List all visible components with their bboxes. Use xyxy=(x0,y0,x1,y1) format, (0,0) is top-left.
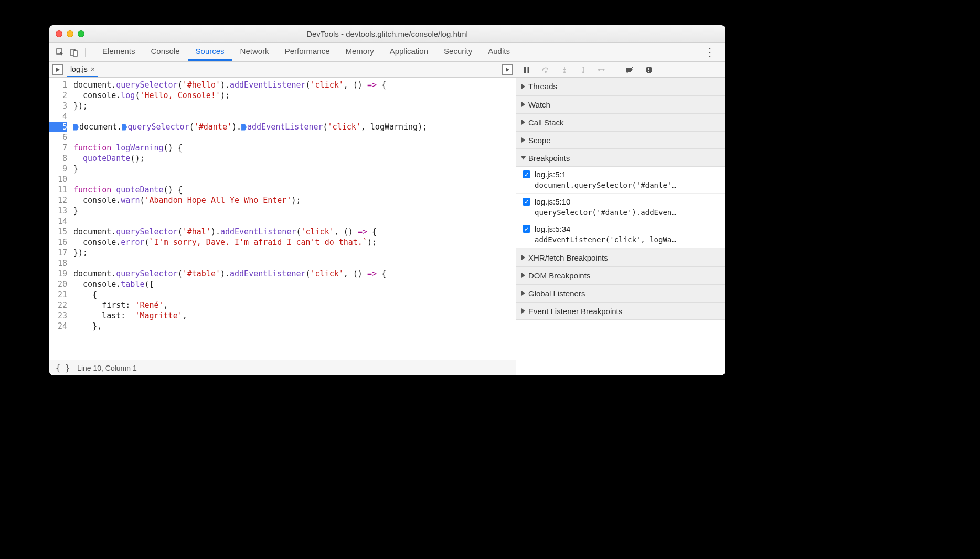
code-line[interactable]: document.querySelector('#hello').addEven… xyxy=(73,80,516,90)
code-line[interactable]: }); xyxy=(73,101,516,111)
code-editor[interactable]: 123456789101112131415161718192021222324 … xyxy=(49,78,516,360)
line-number[interactable]: 7 xyxy=(49,143,67,153)
breakpoint-item[interactable]: ✓log.js:5:1document.querySelector('#dant… xyxy=(516,167,725,194)
line-number[interactable]: 12 xyxy=(49,195,67,206)
code-line[interactable]: { xyxy=(73,289,516,300)
deactivate-breakpoints-icon[interactable] xyxy=(625,64,635,75)
pane-header-threads[interactable]: Threads xyxy=(516,78,725,95)
line-number[interactable]: 5 xyxy=(49,122,67,132)
breakpoint-checkbox[interactable]: ✓ xyxy=(523,225,530,233)
pane-header-scope[interactable]: Scope xyxy=(516,131,725,149)
line-number[interactable]: 20 xyxy=(49,279,67,289)
inline-breakpoint-marker[interactable] xyxy=(73,124,79,131)
close-window-button[interactable] xyxy=(56,30,62,37)
code-line[interactable]: document.querySelector('#table').addEven… xyxy=(73,268,516,279)
breakpoint-checkbox[interactable]: ✓ xyxy=(523,170,530,178)
line-number[interactable]: 4 xyxy=(49,111,67,122)
pane-header-xhr-fetch-breakpoints[interactable]: XHR/fetch Breakpoints xyxy=(516,249,725,266)
inline-breakpoint-marker[interactable] xyxy=(241,124,247,131)
devtools-window: DevTools - devtools.glitch.me/console/lo… xyxy=(49,25,725,375)
triangle-right-icon xyxy=(521,273,525,278)
tab-elements[interactable]: Elements xyxy=(95,44,143,61)
code-line[interactable]: } xyxy=(73,164,516,174)
code-line[interactable]: function quoteDante() { xyxy=(73,185,516,195)
code-content[interactable]: document.querySelector('#hello').addEven… xyxy=(70,78,516,360)
line-number[interactable]: 14 xyxy=(49,216,67,227)
pane-header-breakpoints[interactable]: Breakpoints xyxy=(516,149,725,167)
line-number[interactable]: 8 xyxy=(49,153,67,164)
pane-title: Scope xyxy=(528,136,551,145)
code-line[interactable]: }, xyxy=(73,321,516,331)
pretty-print-icon[interactable]: { } xyxy=(56,363,70,373)
code-line[interactable] xyxy=(73,174,516,185)
line-number[interactable]: 13 xyxy=(49,206,67,216)
code-line[interactable]: console.warn('Abandon Hope All Ye Who En… xyxy=(73,195,516,206)
inspect-icon[interactable] xyxy=(55,47,66,58)
line-number[interactable]: 17 xyxy=(49,248,67,258)
tab-console[interactable]: Console xyxy=(144,44,187,61)
code-line[interactable]: document.querySelector('#hal').addEventL… xyxy=(73,227,516,237)
pane-header-watch[interactable]: Watch xyxy=(516,95,725,113)
line-gutter[interactable]: 123456789101112131415161718192021222324 xyxy=(49,78,70,360)
tab-application[interactable]: Application xyxy=(382,44,435,61)
line-number[interactable]: 6 xyxy=(49,132,67,143)
code-line[interactable] xyxy=(73,258,516,268)
code-line[interactable]: console.log('Hello, Console!'); xyxy=(73,90,516,101)
pause-on-exceptions-icon[interactable] xyxy=(644,64,654,75)
line-number[interactable]: 23 xyxy=(49,310,67,321)
file-tab-bar: log.js × xyxy=(49,62,516,78)
code-line[interactable]: quoteDante(); xyxy=(73,153,516,164)
breakpoint-item[interactable]: ✓log.js:5:34addEventListener('click', lo… xyxy=(516,221,725,249)
pane-header-dom-breakpoints[interactable]: DOM Breakpoints xyxy=(516,266,725,284)
pane-header-event-listener-breakpoints[interactable]: Event Listener Breakpoints xyxy=(516,302,725,320)
tab-performance[interactable]: Performance xyxy=(278,44,337,61)
line-number[interactable]: 16 xyxy=(49,237,67,248)
cursor-position: Line 10, Column 1 xyxy=(77,364,137,372)
pause-icon[interactable] xyxy=(521,64,532,75)
line-number[interactable]: 11 xyxy=(49,185,67,195)
tab-audits[interactable]: Audits xyxy=(481,44,517,61)
step-into-icon xyxy=(559,64,570,75)
code-line[interactable]: console.table([ xyxy=(73,279,516,289)
line-number[interactable]: 1 xyxy=(49,80,67,90)
line-number[interactable]: 18 xyxy=(49,258,67,268)
more-tabs-icon[interactable] xyxy=(502,64,513,75)
code-line[interactable] xyxy=(73,111,516,122)
triangle-right-icon xyxy=(521,84,525,89)
code-line[interactable]: console.error(`I'm sorry, Dave. I'm afra… xyxy=(73,237,516,248)
file-tab-logjs[interactable]: log.js × xyxy=(67,63,98,77)
code-line[interactable] xyxy=(73,132,516,143)
code-line[interactable]: last: 'Magritte', xyxy=(73,310,516,321)
code-line[interactable]: }); xyxy=(73,248,516,258)
status-bar: { } Line 10, Column 1 xyxy=(49,360,516,375)
code-line[interactable] xyxy=(73,216,516,227)
code-line[interactable]: } xyxy=(73,206,516,216)
device-toggle-icon[interactable] xyxy=(68,47,80,58)
line-number[interactable]: 9 xyxy=(49,164,67,174)
tab-memory[interactable]: Memory xyxy=(338,44,381,61)
maximize-window-button[interactable] xyxy=(78,30,84,37)
close-tab-icon[interactable]: × xyxy=(91,65,95,73)
pane-header-global-listeners[interactable]: Global Listeners xyxy=(516,284,725,302)
pane-header-call-stack[interactable]: Call Stack xyxy=(516,113,725,131)
line-number[interactable]: 2 xyxy=(49,90,67,101)
line-number[interactable]: 22 xyxy=(49,300,67,310)
minimize-window-button[interactable] xyxy=(67,30,73,37)
line-number[interactable]: 15 xyxy=(49,227,67,237)
show-navigator-icon[interactable] xyxy=(52,64,63,75)
line-number[interactable]: 21 xyxy=(49,289,67,300)
breakpoint-item[interactable]: ✓log.js:5:10querySelector('#dante').addE… xyxy=(516,194,725,221)
breakpoint-checkbox[interactable]: ✓ xyxy=(523,198,530,206)
tab-sources[interactable]: Sources xyxy=(188,44,232,61)
line-number[interactable]: 19 xyxy=(49,268,67,279)
code-line[interactable]: first: 'René', xyxy=(73,300,516,310)
code-line[interactable]: function logWarning() { xyxy=(73,143,516,153)
more-menu-icon[interactable]: ⋮ xyxy=(701,49,720,56)
line-number[interactable]: 24 xyxy=(49,321,67,331)
line-number[interactable]: 10 xyxy=(49,174,67,185)
tab-network[interactable]: Network xyxy=(233,44,276,61)
code-line[interactable]: document.querySelector('#dante').addEven… xyxy=(73,122,516,132)
tab-security[interactable]: Security xyxy=(436,44,480,61)
inline-breakpoint-marker[interactable] xyxy=(122,124,127,131)
line-number[interactable]: 3 xyxy=(49,101,67,111)
